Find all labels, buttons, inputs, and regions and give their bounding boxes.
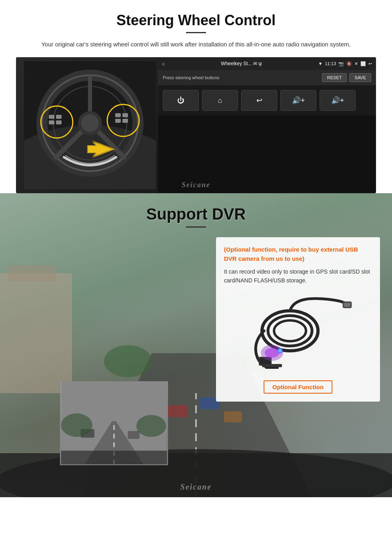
steering-wheel-svg: [24, 61, 156, 189]
svg-point-50: [265, 348, 279, 358]
press-label: Press steering wheel buttons: [163, 75, 219, 80]
vol-up-btn[interactable]: 🔊+: [280, 90, 316, 111]
title-divider: [186, 32, 206, 33]
seicane-watermark-dvr: Seicane: [180, 482, 212, 492]
volume-icon: 🔇: [346, 61, 352, 66]
svg-rect-13: [56, 115, 62, 119]
time-display: 11:13: [325, 61, 336, 66]
control-buttons-grid: ⏻ ⌂ ↩ 🔊+ 🔊+: [158, 85, 376, 116]
dvr-title-area: Support DVR: [0, 193, 392, 242]
svg-rect-29: [168, 405, 188, 417]
svg-rect-18: [115, 119, 121, 123]
svg-rect-17: [122, 113, 128, 117]
back-icon[interactable]: ↩: [368, 61, 372, 66]
reset-button[interactable]: RESET: [322, 73, 347, 82]
dvr-title: Support DVR: [0, 205, 392, 223]
steering-subtitle: Your original car's steering wheel contr…: [16, 40, 376, 49]
svg-rect-16: [115, 113, 121, 117]
vol-down-btn[interactable]: 🔊+: [320, 90, 356, 111]
camera-icon: 📷: [338, 61, 344, 66]
back-btn[interactable]: ↩: [241, 90, 277, 111]
dvr-camera-svg: [242, 293, 354, 373]
steering-title: Steering Wheel Control: [16, 12, 376, 29]
save-button[interactable]: SAVE: [349, 73, 371, 82]
steering-wheel-image: [16, 57, 164, 193]
seicane-watermark-steering: Seicane: [182, 181, 210, 189]
dvr-section: Support DVR (Optional function, require …: [0, 193, 392, 497]
close-icon: ✕: [354, 61, 358, 66]
dvr-divider: [186, 226, 206, 228]
svg-rect-53: [262, 364, 282, 367]
svg-rect-19: [122, 119, 128, 123]
dvr-screenshot-bg: [61, 382, 167, 464]
dvr-camera-image: [224, 291, 372, 375]
svg-point-27: [104, 345, 152, 377]
svg-rect-26: [8, 265, 56, 281]
dvr-optional-note: (Optional function, require to buy exter…: [224, 245, 372, 263]
status-icons: ▼ 11:13 📷 🔇 ✕ ⬜ ↩: [318, 61, 372, 66]
svg-rect-41: [61, 451, 167, 464]
svg-rect-25: [0, 273, 72, 393]
window-icon: ⬜: [360, 61, 366, 66]
svg-rect-54: [265, 367, 279, 369]
optional-function-badge: Optional Function: [264, 380, 332, 394]
optional-badge-container: Optional Function: [224, 380, 372, 394]
svg-rect-38: [128, 431, 139, 439]
android-control-header: Press steering wheel buttons RESET SAVE: [158, 70, 376, 85]
home-btn[interactable]: ⌂: [202, 90, 238, 111]
dvr-description: It can record video only to storage in G…: [224, 267, 372, 285]
svg-rect-46: [344, 303, 350, 307]
action-buttons: RESET SAVE: [322, 73, 371, 82]
dvr-info-card: (Optional function, require to buy exter…: [216, 237, 380, 402]
home-icon[interactable]: ⌂: [162, 61, 165, 66]
svg-rect-14: [49, 120, 54, 124]
svg-point-52: [278, 349, 282, 352]
power-btn[interactable]: ⏻: [163, 90, 199, 111]
dvr-screenshot-inset: [60, 381, 168, 465]
svg-point-39: [61, 413, 92, 437]
svg-rect-15: [56, 120, 62, 124]
steering-wheel-section: Steering Wheel Control Your original car…: [0, 0, 392, 193]
svg-point-40: [136, 415, 166, 437]
svg-point-9: [81, 114, 99, 132]
svg-point-44: [274, 320, 306, 341]
android-status-bar: ⌂ Wheelkey St... ✉ ψ ▼ 11:13 📷 🔇 ✕ ⬜ ↩: [158, 57, 376, 70]
status-title: Wheelkey St... ✉ ψ: [168, 61, 315, 66]
dvr-road-thumbnail: [61, 382, 167, 464]
steering-image-container: ⌂ Wheelkey St... ✉ ψ ▼ 11:13 📷 🔇 ✕ ⬜ ↩ P…: [16, 57, 376, 193]
wifi-icon: ▼: [318, 61, 323, 66]
svg-rect-31: [224, 411, 242, 422]
svg-rect-12: [49, 115, 54, 119]
android-screen: ⌂ Wheelkey St... ✉ ψ ▼ 11:13 📷 🔇 ✕ ⬜ ↩ P…: [158, 57, 376, 193]
